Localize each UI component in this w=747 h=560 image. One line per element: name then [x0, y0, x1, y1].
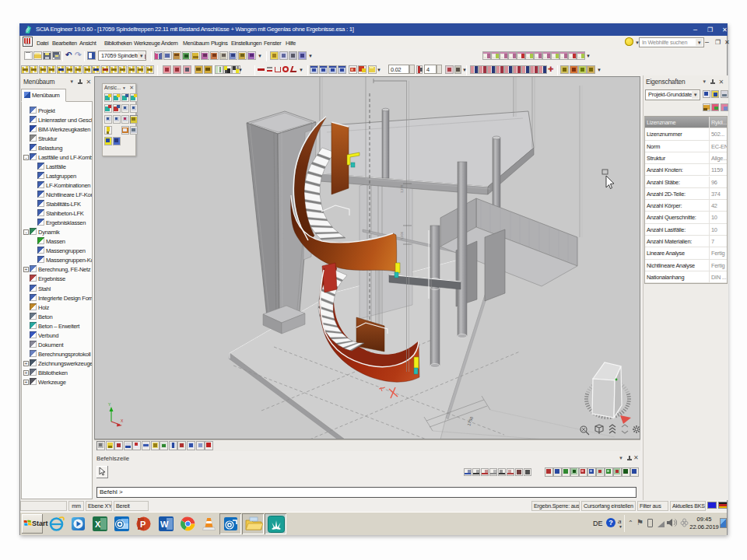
svg-text:3,278: 3,278 — [400, 184, 404, 193]
svg-text:X: X — [95, 520, 101, 529]
svg-text:W: W — [160, 520, 169, 529]
svg-text:5,006: 5,006 — [400, 231, 404, 240]
svg-text:P: P — [140, 520, 146, 529]
